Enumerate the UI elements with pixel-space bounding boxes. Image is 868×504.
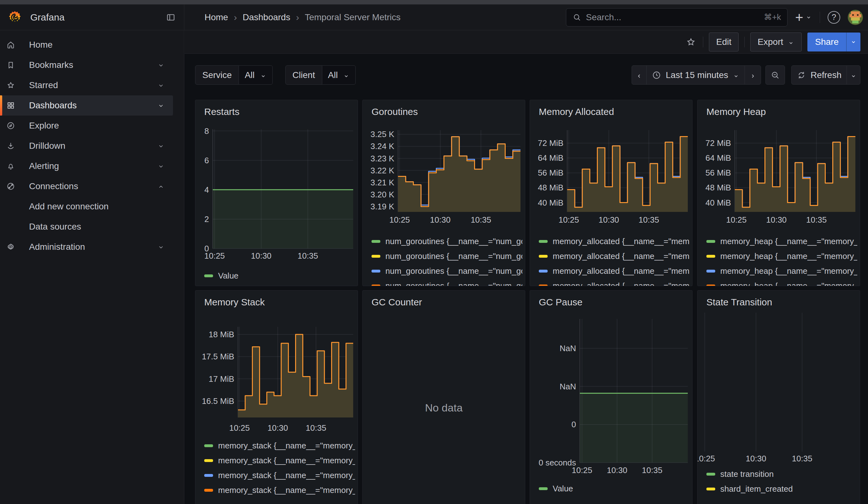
- sidebar-item-home[interactable]: Home: [0, 35, 173, 55]
- product-name: Grafana: [30, 12, 64, 23]
- sidebar-item-label: Data sources: [29, 222, 81, 232]
- legend-label[interactable]: shard_item_created: [720, 484, 793, 494]
- legend-item[interactable]: num_goroutines {__name__="num_go: [372, 234, 523, 249]
- client-value-dropdown[interactable]: All: [322, 65, 356, 85]
- search-input[interactable]: Search... ⌘+k: [566, 8, 787, 27]
- sidebar-item-alerting[interactable]: Alerting: [0, 156, 173, 176]
- legend-item[interactable]: memory_allocated {__name__="memo: [539, 234, 690, 249]
- legend-item[interactable]: memory_heap {__name__="memory_h: [706, 234, 857, 249]
- legend-item[interactable]: memory_heap {__name__="memory_h: [706, 249, 857, 264]
- legend-label[interactable]: num_goroutines {__name__="num_go: [385, 251, 523, 261]
- legend-label[interactable]: num_goroutines {__name__="num_go: [385, 281, 523, 286]
- panel-title[interactable]: Restarts: [204, 106, 240, 117]
- legend-item[interactable]: memory_stack {__name__="memory_s: [204, 438, 355, 453]
- legend-label[interactable]: Value: [553, 484, 573, 494]
- legend-label[interactable]: memory_heap {__name__="memory_h: [720, 281, 857, 286]
- dashboard-toolbar: Edit Export Share: [185, 30, 868, 54]
- service-variable-picker: Service All: [195, 65, 273, 85]
- legend-label[interactable]: state transition: [720, 469, 774, 479]
- legend-item[interactable]: memory_heap {__name__="memory_h: [706, 278, 857, 286]
- share-options-button[interactable]: [846, 32, 860, 51]
- svg-text:10:30: 10:30: [746, 454, 766, 463]
- svg-text:10:30: 10:30: [598, 215, 619, 225]
- breadcrumb-home[interactable]: Home: [205, 12, 228, 22]
- legend-swatch-icon: [706, 240, 715, 243]
- top-nav: Grafana Home › Dashboards › Temporal Ser…: [0, 4, 868, 30]
- panel-title[interactable]: GC Pause: [539, 297, 582, 308]
- panel-gc-pause: GC Pause 0 seconds0NaNNaN10:2510:3010:35…: [530, 290, 693, 504]
- export-button[interactable]: Export: [750, 32, 802, 51]
- user-avatar[interactable]: [848, 10, 863, 25]
- sidebar-item-connections[interactable]: Connections: [0, 176, 173, 196]
- chevron-down-icon: [260, 72, 267, 79]
- service-value-dropdown[interactable]: All: [239, 65, 272, 85]
- svg-text:48 MiB: 48 MiB: [538, 183, 564, 192]
- star-button[interactable]: [685, 36, 697, 48]
- add-new-button[interactable]: +: [795, 10, 812, 24]
- legend-swatch-icon: [372, 255, 380, 258]
- legend-label[interactable]: memory_stack {__name__="memory_s: [218, 471, 355, 480]
- legend-item[interactable]: memory_stack {__name__="memory_s: [204, 453, 355, 468]
- panel-title[interactable]: Memory Allocated: [539, 106, 614, 117]
- legend-item[interactable]: num_goroutines {__name__="num_go: [372, 249, 523, 264]
- help-button[interactable]: ?: [828, 11, 840, 24]
- legend-label[interactable]: num_goroutines {__name__="num_go: [385, 237, 523, 246]
- legend-item[interactable]: shard_item_created: [706, 482, 857, 496]
- share-button[interactable]: Share: [807, 32, 846, 51]
- legend-swatch-icon: [204, 444, 213, 447]
- gc-pause-chart[interactable]: 0 seconds0NaNNaN10:2510:3010:35: [530, 290, 692, 504]
- svg-text:3.24 K: 3.24 K: [371, 142, 394, 151]
- legend-label[interactable]: memory_heap {__name__="memory_h: [720, 266, 857, 276]
- time-range-button[interactable]: Last 15 minutes: [647, 65, 745, 85]
- sidebar-item-administration[interactable]: Administration: [0, 237, 173, 257]
- svg-text:64 MiB: 64 MiB: [705, 153, 731, 163]
- legend-label[interactable]: memory_stack {__name__="memory_s: [218, 456, 355, 465]
- legend-swatch-icon: [706, 473, 715, 475]
- legend-label[interactable]: memory_heap {__name__="memory_h: [720, 237, 857, 246]
- sidebar-item-explore[interactable]: Explore: [0, 116, 173, 136]
- legend-item[interactable]: memory_allocated {__name__="memo: [539, 249, 690, 264]
- legend-label[interactable]: memory_stack {__name__="memory_s: [218, 485, 355, 495]
- legend-item[interactable]: memory_allocated {__name__="memo: [539, 278, 690, 286]
- legend-label[interactable]: memory_allocated {__name__="memo: [553, 266, 690, 276]
- legend-label[interactable]: num_goroutines {__name__="num_go: [385, 266, 523, 276]
- panel-title[interactable]: GC Counter: [372, 297, 422, 308]
- grafana-logo-icon[interactable]: [8, 10, 22, 25]
- legend-item[interactable]: Value: [539, 481, 690, 496]
- sidebar-item-drilldown[interactable]: Drilldown: [0, 136, 173, 156]
- legend-item[interactable]: memory_allocated {__name__="memo: [539, 264, 690, 278]
- restarts-chart[interactable]: 0246810:2510:3010:35: [195, 100, 358, 286]
- refresh-button[interactable]: Refresh: [791, 65, 847, 85]
- panel-title[interactable]: Memory Stack: [204, 297, 265, 308]
- refresh-interval-button[interactable]: [847, 65, 860, 85]
- legend-item[interactable]: num_goroutines {__name__="num_go: [372, 278, 523, 286]
- legend-label[interactable]: memory_allocated {__name__="memo: [553, 251, 690, 261]
- breadcrumb-dashboards[interactable]: Dashboards: [243, 12, 290, 22]
- legend-label[interactable]: memory_allocated {__name__="memo: [553, 281, 690, 286]
- edit-button[interactable]: Edit: [709, 32, 738, 51]
- legend-item[interactable]: memory_stack {__name__="memory_s: [204, 483, 355, 498]
- sidebar-item-add-new-connection[interactable]: Add new connection: [0, 196, 173, 217]
- sidebar-item-starred[interactable]: Starred: [0, 75, 173, 95]
- panel-title[interactable]: Goroutines: [372, 106, 418, 117]
- legend-item[interactable]: num_goroutines {__name__="num_go: [372, 264, 523, 278]
- sidebar-item-dashboards[interactable]: Dashboards: [0, 95, 173, 116]
- legend-label[interactable]: memory_allocated {__name__="memo: [553, 237, 690, 246]
- legend-label[interactable]: memory_heap {__name__="memory_h: [720, 251, 857, 261]
- chevron-down-icon: [343, 72, 350, 79]
- zoom-out-button[interactable]: [765, 65, 785, 85]
- legend-item[interactable]: Value: [204, 268, 355, 283]
- time-forward-button[interactable]: [745, 65, 761, 85]
- sidebar-item-data-sources[interactable]: Data sources: [0, 217, 173, 237]
- sidebar-toggle-button[interactable]: [164, 11, 177, 24]
- sidebar-item-bookmarks[interactable]: Bookmarks: [0, 55, 173, 75]
- time-back-button[interactable]: [632, 65, 647, 85]
- legend-item[interactable]: state transition: [706, 467, 857, 482]
- panel-title[interactable]: State Transition: [706, 297, 772, 308]
- panel-title[interactable]: Memory Heap: [706, 106, 766, 117]
- panel-memory-allocated: Memory Allocated 40 MiB48 MiB56 MiB64 Mi…: [530, 100, 693, 286]
- legend-item[interactable]: memory_heap {__name__="memory_h: [706, 264, 857, 278]
- legend-label[interactable]: Value: [218, 271, 239, 281]
- legend-item[interactable]: memory_stack {__name__="memory_s: [204, 468, 355, 483]
- legend-label[interactable]: memory_stack {__name__="memory_s: [218, 441, 355, 451]
